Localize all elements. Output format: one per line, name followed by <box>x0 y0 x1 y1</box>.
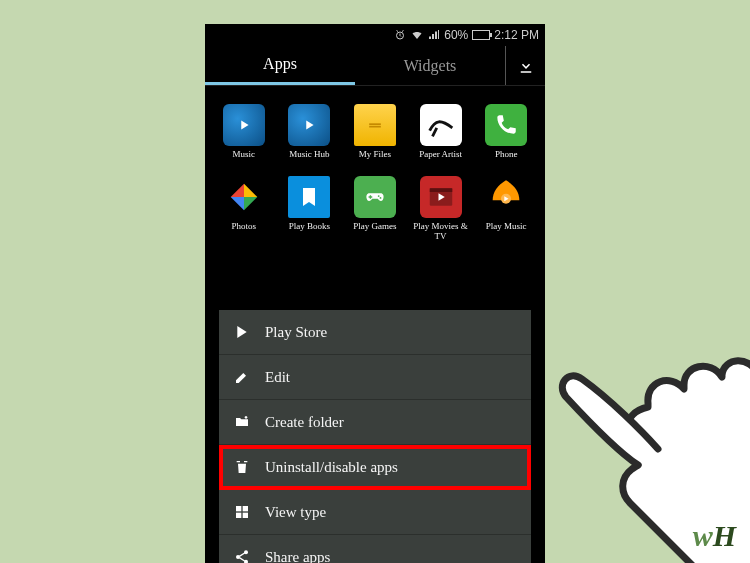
play-store-icon <box>233 323 251 341</box>
app-play-games[interactable]: Play Games <box>342 176 408 242</box>
menu-uninstall-disable[interactable]: Uninstall/disable apps <box>219 445 531 490</box>
context-menu: Play Store Edit Create folder Uninstall/… <box>219 310 531 563</box>
app-play-movies[interactable]: Play Movies & TV <box>408 176 474 242</box>
app-label: Play Books <box>289 222 330 242</box>
wifi-icon <box>410 29 424 41</box>
menu-play-store[interactable]: Play Store <box>219 310 531 355</box>
menu-label: Edit <box>265 369 290 386</box>
menu-label: Uninstall/disable apps <box>265 459 398 476</box>
tab-widgets[interactable]: Widgets <box>355 46 505 85</box>
svg-rect-4 <box>369 126 381 128</box>
folder-plus-icon <box>233 413 251 431</box>
app-play-music[interactable]: Play Music <box>473 176 539 242</box>
phone-screen: 60% 2:12 PM Apps Widgets Music Music Hub <box>205 24 545 563</box>
battery-pct: 60% <box>444 28 468 42</box>
play-music-icon <box>485 176 527 218</box>
downloads-button[interactable] <box>505 46 545 85</box>
download-icon <box>517 57 535 75</box>
clock-time: 2:12 PM <box>494 28 539 42</box>
menu-view-type[interactable]: View type <box>219 490 531 535</box>
phone-icon <box>485 104 527 146</box>
menu-create-folder[interactable]: Create folder <box>219 400 531 445</box>
app-paper-artist[interactable]: Paper Artist <box>408 104 474 170</box>
paper-artist-icon <box>420 104 462 146</box>
app-label: Photos <box>232 222 257 242</box>
svg-rect-9 <box>429 188 452 192</box>
app-label: Play Music <box>486 222 527 242</box>
app-music[interactable]: Music <box>211 104 277 170</box>
photos-icon <box>223 176 265 218</box>
menu-label: Share apps <box>265 549 330 564</box>
app-photos[interactable]: Photos <box>211 176 277 242</box>
svg-marker-1 <box>241 120 248 129</box>
battery-icon <box>472 30 490 40</box>
menu-edit[interactable]: Edit <box>219 355 531 400</box>
grid-icon <box>233 503 251 521</box>
music-icon <box>223 104 265 146</box>
svg-marker-12 <box>237 326 246 338</box>
svg-point-6 <box>380 197 382 199</box>
play-books-icon <box>288 176 330 218</box>
svg-rect-14 <box>243 506 248 511</box>
app-play-books[interactable]: Play Books <box>277 176 343 242</box>
play-games-icon <box>354 176 396 218</box>
svg-rect-16 <box>243 513 248 518</box>
status-bar: 60% 2:12 PM <box>205 24 545 46</box>
app-label: Paper Artist <box>419 150 462 170</box>
menu-label: View type <box>265 504 326 521</box>
logo-h: H <box>713 519 736 552</box>
app-label: Play Movies & TV <box>408 222 474 242</box>
share-icon <box>233 548 251 563</box>
signal-icon <box>428 29 440 41</box>
svg-rect-13 <box>236 506 241 511</box>
tab-apps[interactable]: Apps <box>205 46 355 85</box>
wikihow-logo: wH <box>693 519 736 553</box>
app-label: Play Games <box>353 222 396 242</box>
menu-label: Create folder <box>265 414 344 431</box>
music-hub-icon <box>288 104 330 146</box>
app-music-hub[interactable]: Music Hub <box>277 104 343 170</box>
menu-label: Play Store <box>265 324 327 341</box>
app-label: Phone <box>495 150 518 170</box>
play-movies-icon <box>420 176 462 218</box>
app-my-files[interactable]: My Files <box>342 104 408 170</box>
app-grid: Music Music Hub My Files Paper Artist Ph… <box>205 86 545 248</box>
pencil-icon <box>233 368 251 386</box>
app-label: Music Hub <box>289 150 329 170</box>
tab-apps-label: Apps <box>263 55 297 73</box>
app-label: Music <box>233 150 256 170</box>
menu-share-apps[interactable]: Share apps <box>219 535 531 563</box>
svg-point-5 <box>378 195 380 197</box>
app-label: My Files <box>359 150 391 170</box>
tab-bar: Apps Widgets <box>205 46 545 86</box>
alarm-icon <box>394 29 406 41</box>
trash-icon <box>233 458 251 476</box>
folder-icon <box>354 104 396 146</box>
svg-rect-3 <box>369 123 381 125</box>
svg-marker-2 <box>307 120 314 129</box>
logo-w: w <box>693 519 713 552</box>
tab-widgets-label: Widgets <box>404 57 457 75</box>
app-phone[interactable]: Phone <box>473 104 539 170</box>
svg-rect-15 <box>236 513 241 518</box>
